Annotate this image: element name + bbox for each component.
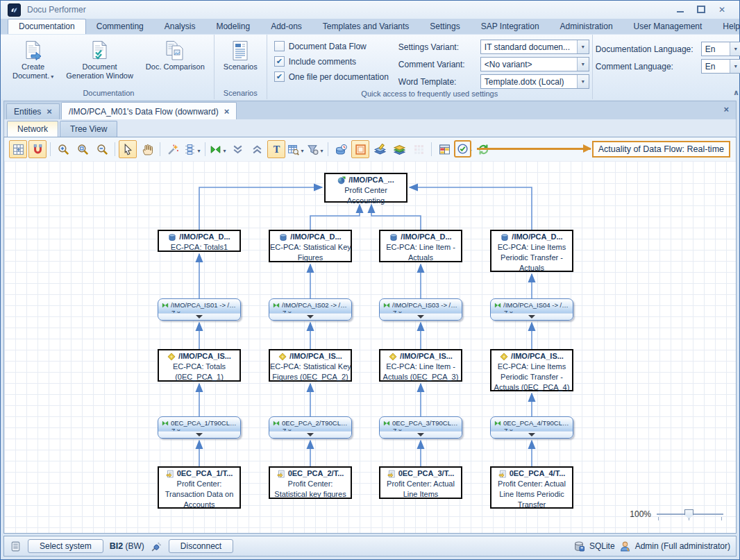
diagram-node-infosource[interactable]: /IMO/PCA_IS...EC-PCA: Line Item -Actuals… xyxy=(379,349,462,382)
create-document-button[interactable]: CreateDocument. xyxy=(6,37,60,83)
collapse-grip[interactable] xyxy=(380,313,462,320)
collapse-ribbon-button[interactable] xyxy=(733,88,739,96)
checkbox-one-file-per-documentation[interactable]: One file per documentation xyxy=(274,71,389,82)
checkbox-document-data-flow[interactable]: Document Data Flow xyxy=(274,41,389,51)
close-tab-icon[interactable] xyxy=(47,107,52,117)
node-options-button[interactable] xyxy=(183,140,201,158)
data-table-button[interactable] xyxy=(435,140,453,158)
chevron-down-icon[interactable] xyxy=(577,40,589,53)
diagram-node-infoprovider[interactable]: /IMO/PCA_...Profit CenterAccounting xyxy=(324,173,407,203)
ribbon-tab-help[interactable]: Help xyxy=(712,19,740,34)
scenarios-button[interactable]: Scenarios xyxy=(217,37,264,74)
diagram-node-dso[interactable]: /IMO/PCA_D...EC-PCA: Statistical KeyFigu… xyxy=(269,230,352,262)
document-generation-window-button[interactable]: DocumentGeneration Window xyxy=(60,37,140,83)
diagram-node-infosource[interactable]: /IMO/PCA_IS...EC-PCA: Line ItemsPeriodic… xyxy=(490,349,573,391)
restore-button[interactable] xyxy=(696,5,706,15)
transformation-node[interactable]: /IMO/PCA_IS03 -> /IMO/PCA...7.x xyxy=(379,298,462,321)
chevron-down-icon[interactable] xyxy=(577,58,589,71)
close-button[interactable] xyxy=(717,5,727,15)
chevron-down-icon[interactable] xyxy=(730,60,740,73)
checkbox-include-comments[interactable]: Include comments xyxy=(274,56,389,67)
select-pointer-button[interactable] xyxy=(119,140,137,158)
text-annotation-button[interactable]: T xyxy=(267,140,285,158)
diagram-node-infosource[interactable]: /IMO/PCA_IS...EC-PCA: Totals(0EC_PCA_1) xyxy=(158,349,241,382)
view-tab-network[interactable]: Network xyxy=(7,121,58,137)
snap-magnet-button[interactable] xyxy=(28,140,47,158)
grid-toggle-button[interactable] xyxy=(9,140,27,158)
ribbon-tab-administration[interactable]: Administration xyxy=(550,19,623,34)
collapse-grip[interactable] xyxy=(269,431,351,438)
load-monitor-button[interactable] xyxy=(332,140,350,158)
doc-tab-entities[interactable]: Entities xyxy=(6,103,60,119)
doc-tab-imo-pca-m01-s-data-flow-downwa[interactable]: /IMO/PCA_M01's Data Flow (downward) xyxy=(61,102,237,119)
user-indicator[interactable]: Admin (Full administrator) xyxy=(635,541,730,551)
collapse-grip[interactable] xyxy=(269,313,351,320)
ribbon-tab-settings[interactable]: Settings xyxy=(419,19,470,34)
panel-toggle-icon[interactable] xyxy=(10,541,22,552)
table-lookup-button[interactable] xyxy=(287,140,305,158)
ribbon-tab-templates-and-variants[interactable]: Templates and Variants xyxy=(312,19,420,34)
diagram-node-datasource[interactable]: 0EC_PCA_3/T...Profit Center: ActualLine … xyxy=(379,466,462,499)
collapse-grip[interactable] xyxy=(158,431,240,438)
close-pane-button[interactable] xyxy=(718,103,734,119)
combo-comment-language[interactable]: En xyxy=(701,59,740,74)
show-transformations-button[interactable] xyxy=(209,140,227,158)
ribbon-tab-user-management[interactable]: User Management xyxy=(623,19,713,34)
transformation-node[interactable]: 0EC_PCA_4/T90CLNT090 -> /I...7.x xyxy=(490,416,573,439)
filter-settings-button[interactable] xyxy=(306,140,324,158)
doc-comparison-button[interactable]: Doc. Comparison xyxy=(140,37,211,74)
collapse-all-button[interactable] xyxy=(228,140,246,158)
disconnect-button[interactable]: Disconnect xyxy=(169,539,233,553)
zoom-out-button[interactable] xyxy=(93,140,111,158)
combo-documentation-language[interactable]: En xyxy=(701,42,740,56)
transformation-node[interactable]: 0EC_PCA_1/T90CLNT090 -> /I...7.x xyxy=(158,416,241,439)
layers-edit-button[interactable] xyxy=(371,140,389,158)
diagram-node-datasource[interactable]: 0EC_PCA_1/T...Profit Center:Transaction … xyxy=(158,466,241,509)
collapse-grip[interactable] xyxy=(380,431,462,438)
zoom-fit-button[interactable] xyxy=(74,140,92,158)
view-tab-tree-view[interactable]: Tree View xyxy=(60,121,117,137)
minimize-button[interactable] xyxy=(675,5,685,15)
expand-all-button[interactable] xyxy=(248,140,266,158)
ribbon-tab-documentation[interactable]: Documentation xyxy=(8,19,86,34)
diagram-node-dso[interactable]: /IMO/PCA_D...EC-PCA: Line Item -Actuals xyxy=(379,230,462,262)
collapse-grip[interactable] xyxy=(158,313,240,320)
select-system-button[interactable]: Select system xyxy=(28,539,103,553)
ribbon-tab-commenting[interactable]: Commenting xyxy=(86,19,154,34)
collapse-grip[interactable] xyxy=(491,313,573,320)
zoom-slider[interactable] xyxy=(657,509,723,519)
layers-button[interactable] xyxy=(390,140,408,158)
annotation[interactable]: Actuality of Data Flow: Real-time xyxy=(454,140,730,158)
diagram-node-datasource[interactable]: 0EC_PCA_4/T...Profit Center: ActualLine … xyxy=(490,466,573,509)
ribbon-tab-add-ons[interactable]: Add-ons xyxy=(260,19,312,34)
db-indicator[interactable]: SQLite xyxy=(589,541,615,551)
ribbon-tab-analysis[interactable]: Analysis xyxy=(154,19,206,34)
zoom-in-button[interactable] xyxy=(54,140,72,158)
frame-button[interactable] xyxy=(351,140,369,158)
auto-layout-button[interactable] xyxy=(164,140,182,158)
ribbon-tab-modeling[interactable]: Modeling xyxy=(205,19,260,34)
collapse-grip[interactable] xyxy=(491,431,573,438)
zoom-slider-thumb[interactable] xyxy=(684,509,693,519)
diagram-node-datasource[interactable]: 0EC_PCA_2/T...Profit Center:Statistical … xyxy=(269,466,352,499)
combo-word-template[interactable]: Template.dotx (Local) xyxy=(480,74,589,89)
pan-hand-button[interactable] xyxy=(138,140,156,158)
transformation-node[interactable]: /IMO/PCA_IS02 -> /IMO/PCA...7.x xyxy=(269,298,352,321)
annotation-frame[interactable] xyxy=(454,140,471,158)
diagram-node-dso[interactable]: /IMO/PCA_D...EC-PCA: Line ItemsPeriodic … xyxy=(490,230,573,272)
diagram-node-dso[interactable]: /IMO/PCA_D...EC-PCA: Totals1 xyxy=(158,230,241,252)
pixel-grid-button[interactable] xyxy=(410,140,428,158)
ribbon-tab-sap-integration[interactable]: SAP Integration xyxy=(471,19,550,34)
transformation-node[interactable]: /IMO/PCA_IS04 -> /IMO/PCA...7.x xyxy=(490,298,573,321)
diagram-node-infosource[interactable]: /IMO/PCA_IS...EC-PCA: Statistical KeyFig… xyxy=(269,349,352,382)
transformation-node[interactable]: 0EC_PCA_2/T90CLNT090 -> /I...7.x xyxy=(269,416,352,439)
annotation-label[interactable]: Actuality of Data Flow: Real-time xyxy=(592,141,730,158)
chevron-down-icon[interactable] xyxy=(577,75,589,88)
transformation-node[interactable]: 0EC_PCA_3/T90CLNT090 -> /I...7.x xyxy=(379,416,462,439)
combo-comment-variant[interactable]: <No variant> xyxy=(480,57,589,71)
chevron-down-icon[interactable] xyxy=(730,42,740,56)
diagram-canvas[interactable]: 100% /IMO/PCA_...Profit CenterAccounting… xyxy=(4,161,736,533)
transformation-node[interactable]: /IMO/PCA_IS01 -> /IMO/PCA...7.x xyxy=(158,298,241,321)
close-tab-icon[interactable] xyxy=(224,107,230,117)
combo-settings-variant[interactable]: IT standard documen... xyxy=(480,40,589,54)
